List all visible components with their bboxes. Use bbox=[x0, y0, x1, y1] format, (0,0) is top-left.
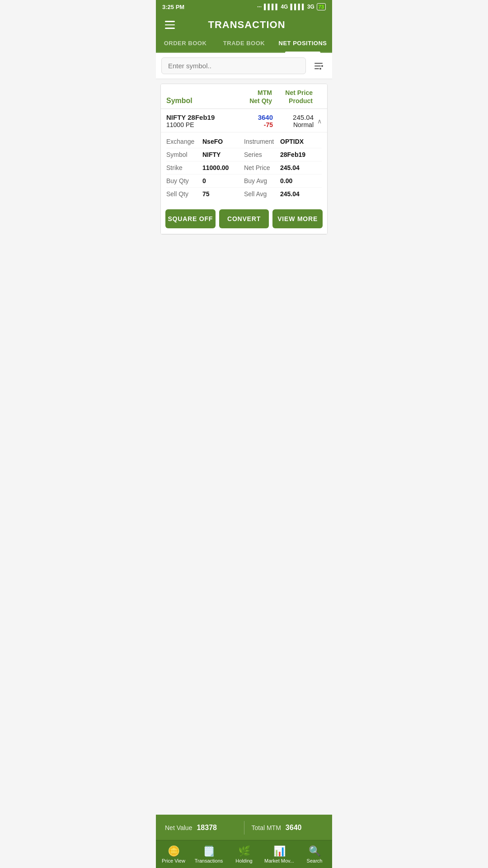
convert-button[interactable]: CONVERT bbox=[219, 209, 269, 228]
symbol-sub: 11000 PE bbox=[166, 121, 237, 128]
detail-row-symbol: Symbol NIFTY Series 28Feb19 bbox=[166, 148, 322, 161]
svg-point-4 bbox=[319, 68, 321, 70]
hamburger-menu[interactable] bbox=[163, 19, 177, 31]
strike-value: 11000.00 bbox=[202, 164, 229, 171]
product-value: Normal bbox=[273, 121, 314, 128]
signal-4g: ▌▌▌▌ 4G bbox=[264, 4, 288, 10]
detail-row-exchange: Exchange NseFO Instrument OPTIDX bbox=[166, 135, 322, 148]
detail-row-sellqty: Sell Qty 75 Sell Avg 245.04 bbox=[166, 188, 322, 200]
table-header: Symbol MTMNet Qty Net PriceProduct bbox=[161, 84, 327, 109]
action-buttons: SQUARE OFF CONVERT VIEW MORE bbox=[161, 205, 327, 234]
sell-qty-value: 75 bbox=[202, 190, 210, 198]
detail-row-buyqty: Buy Qty 0 Buy Avg 0.00 bbox=[166, 175, 322, 188]
tab-bar: ORDER BOOK TRADE BOOK NET POSITIONS bbox=[156, 35, 332, 53]
sell-avg-value: 245.04 bbox=[280, 190, 300, 198]
buy-qty-value: 0 bbox=[202, 177, 206, 184]
net-price-detail-value: 245.04 bbox=[280, 164, 300, 171]
status-bar: 3:25 PM ··· ▌▌▌▌ 4G ▌▌▌▌ 3G 73 bbox=[156, 0, 332, 13]
detail-grid: Exchange NseFO Instrument OPTIDX Symbol … bbox=[161, 132, 327, 205]
series-label: Series bbox=[244, 151, 280, 158]
strike-label: Strike bbox=[166, 164, 202, 171]
table-row: NIFTY 28Feb19 11000 PE 3640 -75 245.04 N… bbox=[161, 109, 327, 234]
signal-dots: ··· bbox=[257, 4, 262, 10]
mtm-value: 3640 bbox=[237, 113, 273, 121]
buy-avg-value: 0.00 bbox=[280, 177, 292, 184]
page-title: TRANSACTION bbox=[182, 19, 325, 31]
exchange-label: Exchange bbox=[166, 138, 202, 145]
chevron-up-icon: ∧ bbox=[317, 118, 322, 125]
net-price-value: 245.04 bbox=[273, 113, 314, 121]
symbol-name: NIFTY 28Feb19 11000 PE bbox=[166, 113, 237, 128]
exchange-value: NseFO bbox=[202, 138, 223, 145]
signal-3g: ▌▌▌▌ 3G bbox=[290, 4, 314, 10]
buy-avg-label: Buy Avg bbox=[244, 177, 280, 184]
view-more-button[interactable]: VIEW MORE bbox=[272, 209, 323, 228]
symbol-label: Symbol bbox=[166, 151, 202, 158]
square-off-button[interactable]: SQUARE OFF bbox=[165, 209, 216, 228]
sell-qty-label: Sell Qty bbox=[166, 190, 202, 198]
col-header-mtm: MTMNet Qty bbox=[231, 89, 272, 105]
symbol-search-input[interactable] bbox=[161, 57, 306, 74]
symbol-value: NIFTY bbox=[202, 151, 221, 158]
tab-order-book[interactable]: ORDER BOOK bbox=[156, 35, 215, 52]
series-value: 28Feb19 bbox=[280, 151, 305, 158]
status-time: 3:25 PM bbox=[162, 4, 184, 10]
col-header-netprice: Net PriceProduct bbox=[272, 89, 313, 105]
detail-row-strike: Strike 11000.00 Net Price 245.04 bbox=[166, 161, 322, 175]
symbol-main: NIFTY 28Feb19 bbox=[166, 113, 237, 121]
col-header-symbol: Symbol bbox=[166, 97, 231, 105]
instrument-label: Instrument bbox=[244, 138, 280, 145]
position-summary[interactable]: NIFTY 28Feb19 11000 PE 3640 -75 245.04 N… bbox=[161, 109, 327, 132]
buy-qty-label: Buy Qty bbox=[166, 177, 202, 184]
instrument-value: OPTIDX bbox=[280, 138, 304, 145]
filter-icon[interactable] bbox=[310, 58, 327, 74]
status-right: ··· ▌▌▌▌ 4G ▌▌▌▌ 3G 73 bbox=[257, 3, 326, 10]
search-bar-container bbox=[156, 53, 332, 79]
qty-value: -75 bbox=[237, 121, 273, 128]
net-price-label: Net Price bbox=[244, 164, 280, 171]
net-price-column: 245.04 Normal bbox=[273, 113, 314, 128]
header: TRANSACTION bbox=[156, 13, 332, 35]
tab-net-positions[interactable]: NET POSITIONS bbox=[273, 35, 332, 52]
positions-table: Symbol MTMNet Qty Net PriceProduct NIFTY… bbox=[160, 84, 328, 235]
svg-point-3 bbox=[321, 65, 323, 67]
mtm-column: 3640 -75 bbox=[237, 113, 273, 128]
sell-avg-label: Sell Avg bbox=[244, 190, 280, 198]
battery-indicator: 73 bbox=[317, 3, 326, 10]
tab-trade-book[interactable]: TRADE BOOK bbox=[215, 35, 273, 52]
